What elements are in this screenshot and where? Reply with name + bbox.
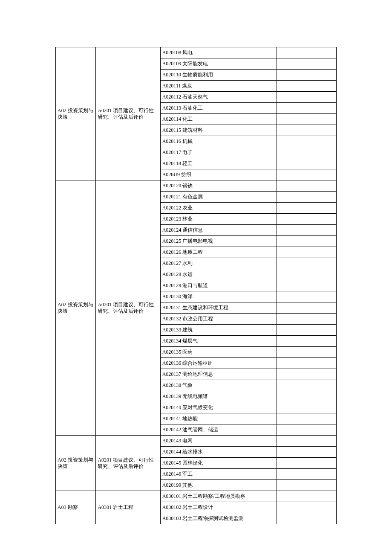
category-level3: A020122 农业 bbox=[160, 203, 277, 214]
category-level3: A020142 油气管网、储运 bbox=[160, 424, 277, 436]
category-level3: A020U9 纺织 bbox=[160, 169, 277, 180]
category-level3: A030101 岩土工程勘察/工程地质勘察 bbox=[160, 491, 277, 502]
category-level3: A020126 地质工程 bbox=[160, 247, 277, 258]
classification-table: A02 投资策划与决策A0201 项目建议、可行性研究、评估及后评价A02010… bbox=[55, 47, 337, 524]
category-level1: A02 投资策划与决策 bbox=[56, 436, 96, 491]
category-level3: A020140 应对气候变化 bbox=[160, 402, 277, 413]
empty-cell bbox=[277, 502, 337, 513]
category-level3: A020137 测绘地理信息 bbox=[160, 369, 277, 380]
table-row: A02 投资策划与决策A0201 项目建议、可行性研究、评估及后评价A02010… bbox=[56, 47, 337, 58]
category-level3: A020141 地热能 bbox=[160, 413, 277, 424]
category-level3: A030103 岩土工程物探测试检测监测 bbox=[160, 513, 277, 524]
category-level3: A020118 轻工 bbox=[160, 158, 277, 169]
empty-cell bbox=[277, 192, 337, 203]
empty-cell bbox=[277, 147, 337, 158]
empty-cell bbox=[277, 336, 337, 347]
category-level3: A020114 化工 bbox=[160, 114, 277, 125]
empty-cell bbox=[277, 269, 337, 280]
category-level3: A020117 电子 bbox=[160, 147, 277, 158]
category-level3: A020144 给水排水 bbox=[160, 447, 277, 458]
empty-cell bbox=[277, 358, 337, 369]
empty-cell bbox=[277, 391, 337, 402]
category-level3: A020146 军工 bbox=[160, 469, 277, 480]
empty-cell bbox=[277, 436, 337, 447]
category-level3: A020110 生物质能利用 bbox=[160, 70, 277, 81]
table-row: A03 勘察A0301 岩土工程A030101 岩土工程勘察/工程地质勘察 bbox=[56, 491, 337, 502]
category-level3: A020123 林业 bbox=[160, 214, 277, 225]
empty-cell bbox=[277, 203, 337, 214]
empty-cell bbox=[277, 125, 337, 136]
empty-cell bbox=[277, 136, 337, 147]
empty-cell bbox=[277, 469, 337, 480]
empty-cell bbox=[277, 369, 337, 380]
category-level3: A020129 港口与航道 bbox=[160, 280, 277, 291]
category-level3: A020124 通信信息 bbox=[160, 225, 277, 236]
category-level3: A020121 有色金属 bbox=[160, 192, 277, 203]
empty-cell bbox=[277, 103, 337, 114]
category-level3: A020128 水运 bbox=[160, 269, 277, 280]
empty-cell bbox=[277, 314, 337, 325]
empty-cell bbox=[277, 347, 337, 358]
empty-cell bbox=[277, 247, 337, 258]
empty-cell bbox=[277, 169, 337, 180]
empty-cell bbox=[277, 58, 337, 70]
empty-cell bbox=[277, 458, 337, 469]
empty-cell bbox=[277, 81, 337, 92]
category-level3: A020136 综合运输枢纽 bbox=[160, 358, 277, 369]
empty-cell bbox=[277, 424, 337, 436]
empty-cell bbox=[277, 291, 337, 302]
category-level3: A020143 电网 bbox=[160, 436, 277, 447]
category-level3: A020139 无线电频谱 bbox=[160, 391, 277, 402]
empty-cell bbox=[277, 114, 337, 125]
category-level1: A03 勘察 bbox=[56, 491, 96, 524]
category-level3: A020145 园林绿化 bbox=[160, 458, 277, 469]
empty-cell bbox=[277, 70, 337, 81]
empty-cell bbox=[277, 92, 337, 103]
empty-cell bbox=[277, 180, 337, 192]
empty-cell bbox=[277, 413, 337, 424]
empty-cell bbox=[277, 491, 337, 502]
category-level3: A020113 石油化工 bbox=[160, 103, 277, 114]
table-row: A02 投资策划与决策A0201 项目建议、可行性研究、评估及后评价A02014… bbox=[56, 436, 337, 447]
category-level3: A020120 钢铁 bbox=[160, 180, 277, 192]
empty-cell bbox=[277, 480, 337, 491]
category-level3: A020138 气象 bbox=[160, 380, 277, 391]
empty-cell bbox=[277, 447, 337, 458]
table-row: A02 投资策划与决策A0201 项目建议、可行性研究、评估及后评价A02012… bbox=[56, 180, 337, 192]
category-level3: A020199 其他 bbox=[160, 480, 277, 491]
category-level3: A020109 太阳能发电 bbox=[160, 58, 277, 70]
empty-cell bbox=[277, 225, 337, 236]
category-level3: A020116 机械 bbox=[160, 136, 277, 147]
empty-cell bbox=[277, 380, 337, 391]
category-level1: A02 投资策划与决策 bbox=[56, 47, 96, 180]
category-level3: A020125 广播电影电视 bbox=[160, 236, 277, 247]
category-level3: A020115 建筑材料 bbox=[160, 125, 277, 136]
category-level3: A030102 岩土工程设计 bbox=[160, 502, 277, 513]
category-level1: A02 投资策划与决策 bbox=[56, 180, 96, 436]
category-level2: A0201 项目建议、可行性研究、评估及后评价 bbox=[96, 47, 160, 180]
category-level3: A020127 水利 bbox=[160, 258, 277, 269]
category-level2: A0201 项目建议、可行性研究、评估及后评价 bbox=[96, 180, 160, 436]
empty-cell bbox=[277, 258, 337, 269]
empty-cell bbox=[277, 402, 337, 413]
category-level3: A020133 建筑 bbox=[160, 325, 277, 336]
empty-cell bbox=[277, 158, 337, 169]
empty-cell bbox=[277, 513, 337, 524]
empty-cell bbox=[277, 47, 337, 58]
empty-cell bbox=[277, 214, 337, 225]
category-level3: A020111 煤炭 bbox=[160, 81, 277, 92]
empty-cell bbox=[277, 302, 337, 314]
category-level3: A020132 市政公用工程 bbox=[160, 314, 277, 325]
category-level3: A020130 海洋 bbox=[160, 291, 277, 302]
category-level3: A020108 风电 bbox=[160, 47, 277, 58]
category-level3: A020112 石油天然气 bbox=[160, 92, 277, 103]
category-level2: A0301 岩土工程 bbox=[96, 491, 160, 524]
category-level3: A020134 煤层气 bbox=[160, 336, 277, 347]
category-level2: A0201 项目建议、可行性研究、评估及后评价 bbox=[96, 436, 160, 491]
category-level3: A020135 医药 bbox=[160, 347, 277, 358]
empty-cell bbox=[277, 280, 337, 291]
category-level3: A020131 生态建设和环境工程 bbox=[160, 302, 277, 314]
empty-cell bbox=[277, 236, 337, 247]
empty-cell bbox=[277, 325, 337, 336]
